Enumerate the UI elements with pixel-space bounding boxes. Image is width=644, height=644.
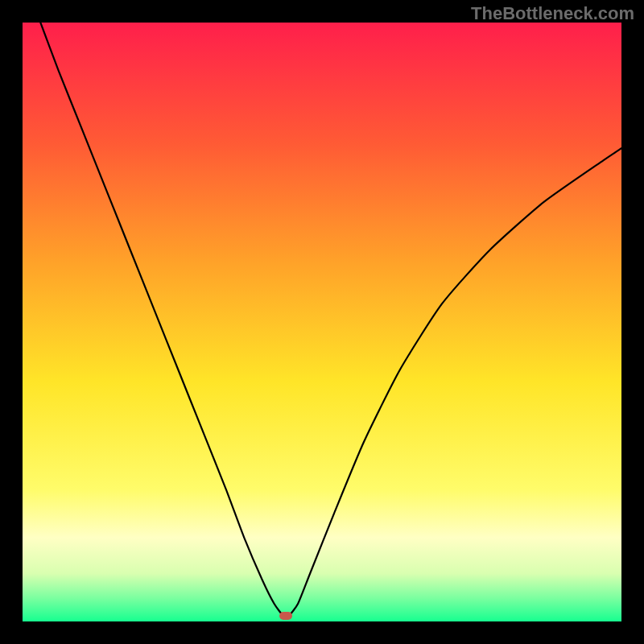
watermark-text: TheBottleneck.com [471, 3, 634, 24]
minimum-marker [279, 612, 292, 620]
plot-area [23, 23, 621, 621]
chart-svg [23, 23, 621, 621]
gradient-background [23, 23, 621, 621]
chart-frame: TheBottleneck.com [0, 0, 644, 644]
